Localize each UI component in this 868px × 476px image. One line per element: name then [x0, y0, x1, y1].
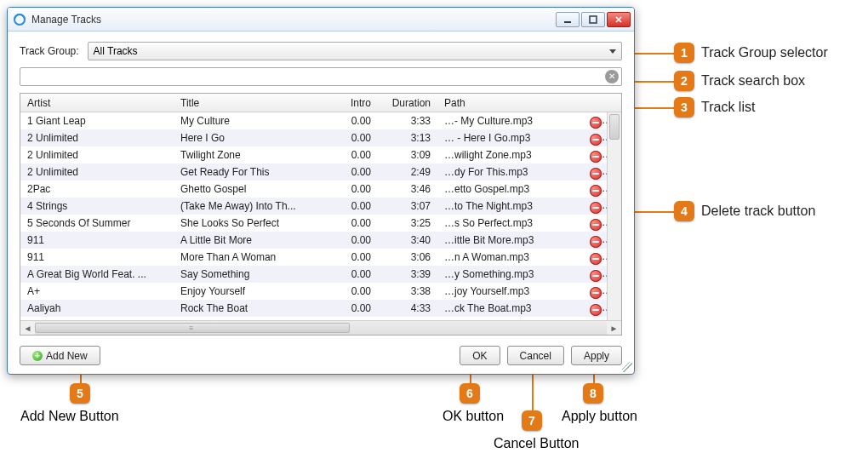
table-row[interactable]: A+Enjoy Yourself0.003:38…joy Yourself.mp…: [20, 283, 607, 300]
delete-track-button[interactable]: [590, 219, 602, 231]
cell-path: …- My Culture.mp3: [437, 115, 583, 127]
delete-track-button[interactable]: [590, 117, 602, 129]
delete-track-button[interactable]: [590, 236, 602, 248]
apply-button[interactable]: Apply: [571, 346, 622, 365]
cell-title: She Looks So Perfect: [174, 217, 327, 229]
cell-artist: 2 Unlimited: [20, 132, 174, 144]
cell-intro: 0.00: [327, 132, 378, 144]
table-row[interactable]: 911More Than A Woman0.003:06…n A Woman.m…: [20, 249, 607, 266]
table-row[interactable]: AaliyahRock The Boat0.004:33…ck The Boat…: [20, 300, 607, 317]
scroll-left-icon[interactable]: ◄: [20, 321, 35, 335]
table-row[interactable]: 2PacGhetto Gospel0.003:46…etto Gospel.mp…: [20, 181, 607, 198]
table-row[interactable]: A Great Big World Feat. ...Say Something…: [20, 266, 607, 283]
track-list: Artist Title Intro Duration Path 1 Giant…: [20, 93, 622, 335]
cell-title: Here I Go: [174, 132, 327, 144]
cell-artist: 4 Strings: [20, 200, 174, 212]
scroll-thumb[interactable]: [609, 114, 620, 140]
delete-track-button[interactable]: [590, 253, 602, 265]
cell-path: …dy For This.mp3: [437, 166, 583, 178]
svg-rect-1: [564, 21, 571, 23]
cell-intro: 0.00: [327, 217, 378, 229]
cell-duration: 2:49: [378, 166, 437, 178]
cell-artist: 2Pac: [20, 183, 174, 195]
cell-intro: 0.00: [327, 166, 378, 178]
cell-path: …n A Woman.mp3: [437, 251, 583, 263]
col-title[interactable]: Title: [174, 97, 327, 109]
table-row[interactable]: 2 UnlimitedHere I Go0.003:13… - Here I G…: [20, 129, 607, 146]
close-button[interactable]: [607, 12, 631, 27]
app-icon: [13, 13, 26, 26]
delete-track-button[interactable]: [590, 151, 602, 163]
cell-artist: 2 Unlimited: [20, 149, 174, 161]
callout-5-label: Add New Button: [20, 409, 119, 424]
chevron-down-icon: [609, 49, 616, 54]
horizontal-scrollbar[interactable]: ◄ ≡ ►: [20, 320, 621, 335]
cell-intro: 0.00: [327, 268, 378, 280]
resize-grip-icon[interactable]: [622, 362, 632, 372]
cell-intro: 0.00: [327, 115, 378, 127]
table-row[interactable]: 4 Strings(Take Me Away) Into Th...0.003:…: [20, 198, 607, 215]
cell-title: Ghetto Gospel: [174, 183, 327, 195]
col-intro[interactable]: Intro: [327, 97, 378, 109]
cell-title: More Than A Woman: [174, 251, 327, 263]
table-row[interactable]: 1 Giant LeapMy Culture0.003:33…- My Cult…: [20, 112, 607, 129]
cell-path: …to The Night.mp3: [437, 200, 583, 212]
delete-track-button[interactable]: [590, 202, 602, 214]
cell-path: …ck The Boat.mp3: [437, 302, 583, 314]
cell-duration: 3:40: [378, 234, 437, 246]
cell-title: A Little Bit More: [174, 234, 327, 246]
scroll-right-icon[interactable]: ►: [607, 321, 621, 335]
cell-duration: 3:33: [378, 115, 437, 127]
cell-title: My Culture: [174, 115, 327, 127]
delete-track-button[interactable]: [590, 134, 602, 146]
cell-duration: 3:09: [378, 149, 437, 161]
vertical-scrollbar[interactable]: [607, 112, 621, 320]
callout-6-label: OK button: [443, 409, 504, 424]
cell-path: …ittle Bit More.mp3: [437, 234, 583, 246]
cell-path: …wilight Zone.mp3: [437, 149, 583, 161]
cell-path: … - Here I Go.mp3: [437, 132, 583, 144]
cancel-button[interactable]: Cancel: [507, 346, 564, 365]
cell-intro: 0.00: [327, 234, 378, 246]
cell-artist: A+: [20, 285, 174, 297]
clear-search-icon[interactable]: ✕: [605, 70, 619, 83]
cell-artist: 911: [20, 234, 174, 246]
delete-track-button[interactable]: [590, 304, 602, 316]
col-path[interactable]: Path: [437, 97, 582, 109]
cell-duration: 3:13: [378, 132, 437, 144]
minimize-button[interactable]: [556, 12, 580, 27]
callout-1: 1 Track Group selector: [674, 43, 828, 63]
delete-track-button[interactable]: [590, 168, 602, 180]
ok-button[interactable]: OK: [460, 346, 500, 365]
table-row[interactable]: 5 Seconds Of SummerShe Looks So Perfect0…: [20, 215, 607, 232]
scroll-thumb[interactable]: ≡: [35, 323, 350, 333]
cell-path: …etto Gospel.mp3: [437, 183, 583, 195]
delete-track-button[interactable]: [590, 270, 602, 282]
add-new-button[interactable]: + Add New: [20, 346, 100, 365]
callout-3: 3 Track list: [674, 97, 755, 118]
cell-artist: 911: [20, 251, 174, 263]
delete-track-button[interactable]: [590, 287, 602, 299]
col-duration[interactable]: Duration: [378, 97, 437, 109]
trackgroup-select[interactable]: All Tracks: [88, 42, 622, 60]
table-row[interactable]: 911A Little Bit More0.003:40…ittle Bit M…: [20, 232, 607, 249]
col-artist[interactable]: Artist: [20, 97, 174, 109]
svg-rect-2: [590, 16, 597, 23]
search-input[interactable]: [20, 67, 622, 86]
add-new-label: Add New: [46, 350, 88, 362]
cell-intro: 0.00: [327, 149, 378, 161]
delete-track-button[interactable]: [590, 185, 602, 197]
cell-intro: 0.00: [327, 251, 378, 263]
titlebar[interactable]: Manage Tracks: [8, 8, 634, 32]
cell-duration: 3:06: [378, 251, 437, 263]
maximize-button[interactable]: [581, 12, 605, 27]
table-row[interactable]: 2 UnlimitedGet Ready For This0.002:49…dy…: [20, 163, 607, 181]
cell-intro: 0.00: [327, 302, 378, 314]
cell-title: Get Ready For This: [174, 166, 327, 178]
cell-title: (Take Me Away) Into Th...: [174, 200, 327, 212]
callout-7-label: Cancel Button: [494, 436, 580, 451]
callout-7: 7: [522, 410, 542, 431]
cell-duration: 3:39: [378, 268, 437, 280]
track-list-header[interactable]: Artist Title Intro Duration Path: [20, 94, 621, 112]
table-row[interactable]: 2 UnlimitedTwilight Zone0.003:09…wilight…: [20, 146, 607, 163]
